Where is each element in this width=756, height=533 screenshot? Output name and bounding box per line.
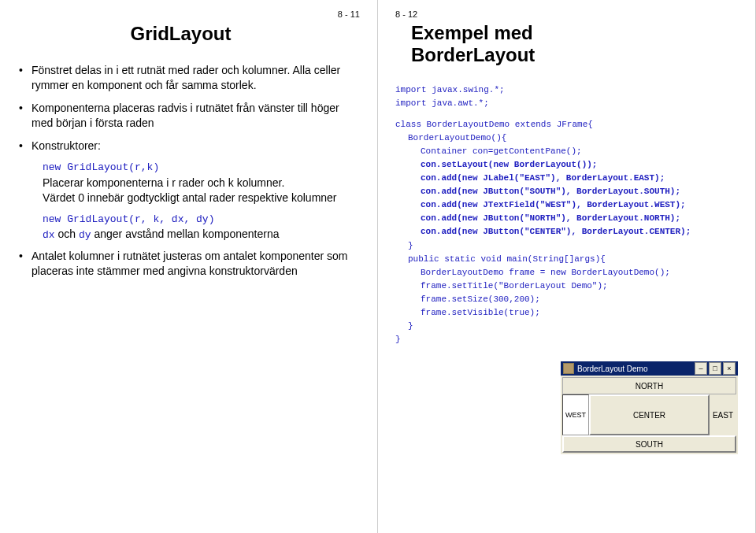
code-line: con.add(new JButton("CENTER"), BorderLay…: [395, 225, 738, 239]
page-number: 8 - 12: [395, 9, 417, 19]
constructor-block-2: new GridLayout(r, k, dx, dy) dx och dy a…: [43, 213, 360, 242]
bullet-item: Komponenterna placeras radvis i rutnätet…: [19, 101, 360, 131]
code-line: }: [395, 239, 738, 253]
inline-text: och: [55, 228, 79, 240]
slide-left: 8 - 11 GridLayout Fönstret delas in i et…: [0, 0, 378, 533]
code-line: frame.setVisible(true);: [395, 306, 738, 320]
bullet-text: Komponenterna placeras radvis i rutnätet…: [32, 102, 339, 129]
code-line: new GridLayout(r, k, dx, dy): [43, 213, 360, 227]
east-label: EAST: [710, 394, 736, 435]
code-line: BorderLayoutDemo(){: [395, 131, 738, 145]
west-textfield[interactable]: WEST: [562, 394, 589, 435]
inline-text: anger avstånd mellan komponenterna: [91, 228, 280, 240]
maximize-icon[interactable]: □: [709, 362, 721, 375]
window-icon: [563, 363, 574, 374]
demo-window: BorderLayout Demo – □ × NORTH WEST CENTE…: [561, 361, 738, 454]
south-button[interactable]: SOUTH: [562, 435, 736, 453]
code-line: import java.awt.*;: [395, 97, 738, 110]
bullet-item: Fönstret delas in i ett rutnät med rader…: [19, 63, 360, 93]
code-block: import javax.swing.*; import java.awt.*;…: [395, 83, 738, 346]
code-line: frame.setTitle("BorderLayout Demo");: [395, 279, 738, 293]
code-line: Container con=getContentPane();: [395, 145, 738, 158]
code-line: BorderLayoutDemo frame = new BorderLayou…: [395, 266, 738, 279]
description-text: Placerar komponenterna i r rader och k k…: [43, 176, 360, 191]
code-line: }: [395, 320, 738, 333]
code-line: class BorderLayoutDemo extends JFrame{: [395, 118, 738, 131]
code-line: con.setLayout(new BorderLayout());: [395, 158, 738, 172]
title-line-1: Exempel med: [411, 22, 533, 43]
window-title: BorderLayout Demo: [577, 365, 648, 373]
constructor-block-1: new GridLayout(r,k) Placerar komponenter…: [43, 161, 360, 205]
minimize-icon[interactable]: –: [695, 362, 707, 375]
window-titlebar: BorderLayout Demo – □ ×: [561, 361, 738, 376]
code-line: import javax.swing.*;: [395, 83, 738, 97]
bullet-text: Konstruktorer:: [32, 139, 101, 152]
code-line: con.add(new JTextField("WEST"), BorderLa…: [395, 198, 738, 212]
bullet-item: Konstruktorer:: [19, 139, 360, 154]
inline-code: dx: [43, 229, 55, 241]
slide-title: Exempel med BorderLayout: [411, 22, 738, 66]
bullet-list: Antalet kolumner i rutnätet justeras om …: [19, 249, 360, 279]
inline-code: dy: [79, 229, 91, 241]
description-text: Värdet 0 innebär godtyckligt antal rader…: [43, 191, 360, 206]
bullet-text: Antalet kolumner i rutnätet justeras om …: [32, 250, 348, 277]
bullet-list: Fönstret delas in i ett rutnät med rader…: [19, 63, 360, 153]
page-number: 8 - 11: [338, 9, 360, 19]
code-line: new GridLayout(r,k): [43, 161, 360, 175]
description-text: dx och dy anger avstånd mellan komponent…: [43, 227, 360, 242]
bullet-text: Fönstret delas in i ett rutnät med rader…: [32, 64, 340, 91]
code-line: }: [395, 333, 738, 346]
slide-title: GridLayout: [17, 22, 344, 46]
code-line: public static void main(String[]args){: [395, 253, 738, 266]
center-button[interactable]: CENTER: [589, 394, 710, 435]
borderlayout-content: NORTH WEST CENTER EAST SOUTH: [561, 376, 738, 454]
slide-right: 8 - 12 Exempel med BorderLayout import j…: [378, 0, 756, 533]
close-icon[interactable]: ×: [723, 362, 736, 375]
code-line: con.add(new JLabel("EAST"), BorderLayout…: [395, 172, 738, 185]
north-button[interactable]: NORTH: [562, 377, 736, 394]
title-line-2: BorderLayout: [411, 44, 535, 65]
code-line: frame.setSize(300,200);: [395, 293, 738, 306]
code-line: con.add(new JButton("NORTH"), BorderLayo…: [395, 212, 738, 225]
bullet-item: Antalet kolumner i rutnätet justeras om …: [19, 249, 360, 279]
code-line: con.add(new JButton("SOUTH"), BorderLayo…: [395, 185, 738, 198]
